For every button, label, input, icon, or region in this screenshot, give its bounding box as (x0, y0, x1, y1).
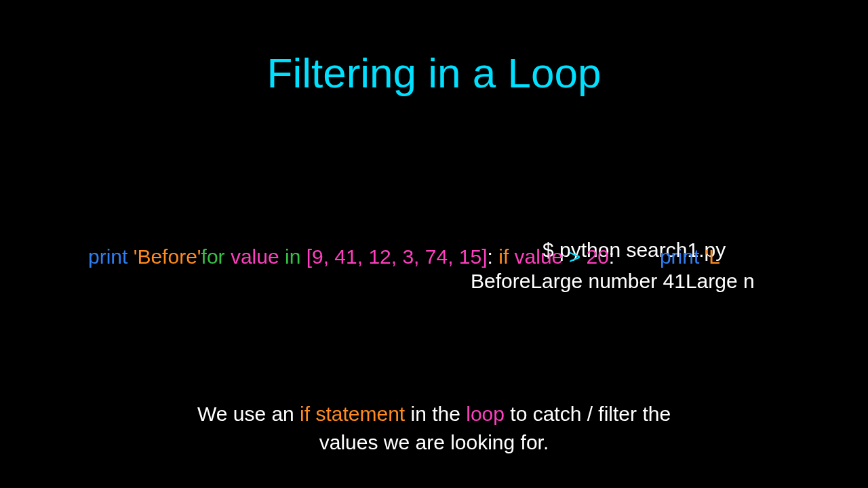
code-token-number: 20 (586, 245, 608, 268)
slide-title: Filtering in a Loop (0, 49, 868, 97)
terminal-output-large: Large number 41 (530, 270, 686, 292)
code-token-value: value (515, 245, 569, 268)
code-token-bracket: [ (307, 245, 312, 268)
terminal-output-large: Large n (686, 270, 755, 292)
code-token-colon: : (609, 245, 614, 268)
body-text-span: We use an (197, 403, 300, 425)
code-token-print: print (88, 245, 127, 268)
code-token-wrap: print (614, 245, 699, 268)
body-keyword-if: if statement (300, 403, 405, 425)
code-token-print: print (660, 245, 699, 268)
code-token-colon: : (488, 245, 499, 268)
body-text-line: We use an if statement in the loop to ca… (0, 400, 868, 428)
body-text-line: values we are looking for. (0, 428, 868, 457)
slide: Filtering in a Loop $ python search1.py … (0, 0, 868, 488)
code-token-op: > (569, 245, 587, 268)
code-token-bracket: ] (481, 245, 487, 268)
code-line: print 'Before'for value in [9, 41, 12, 3… (88, 245, 868, 268)
body-text-span: to catch / filter the (505, 403, 671, 425)
code-token-string: 'L (699, 245, 720, 268)
code-token-string: 'Before' (127, 245, 201, 268)
terminal-output-before: Before (471, 270, 530, 292)
body-keyword-loop: loop (466, 403, 505, 425)
code-token-list: 9, 41, 12, 3, 74, 15 (312, 245, 481, 268)
terminal-output: BeforeLarge number 41Large n (471, 270, 755, 293)
body-text-span: in the (405, 403, 466, 425)
code-token-if: if (498, 245, 514, 268)
code-token-in: in (285, 245, 307, 268)
code-token-value: value (231, 245, 285, 268)
code-token-for: for (201, 245, 231, 268)
